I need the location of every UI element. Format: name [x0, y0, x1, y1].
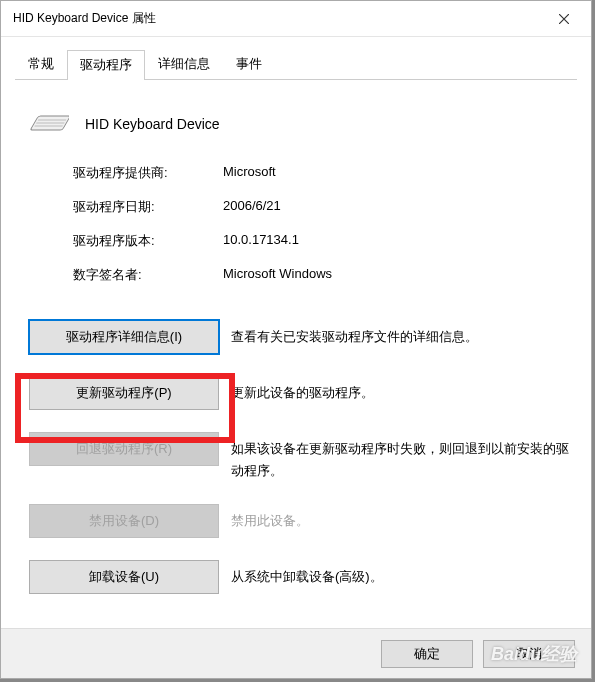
update-driver-desc: 更新此设备的驱动程序。	[231, 376, 374, 404]
keyboard-icon	[25, 108, 69, 140]
tab-general[interactable]: 常规	[15, 49, 67, 79]
signer-label: 数字签名者:	[73, 266, 223, 284]
driver-details-button[interactable]: 驱动程序详细信息(I)	[29, 320, 219, 354]
driver-details-desc: 查看有关已安装驱动程序文件的详细信息。	[231, 320, 478, 348]
window-title: HID Keyboard Device 属性	[13, 10, 156, 27]
rollback-driver-button[interactable]: 回退驱动程序(R)	[29, 432, 219, 466]
uninstall-device-button[interactable]: 卸载设备(U)	[29, 560, 219, 594]
driver-info: 驱动程序提供商: Microsoft 驱动程序日期: 2006/6/21 驱动程…	[15, 158, 577, 284]
titlebar: HID Keyboard Device 属性	[1, 1, 591, 37]
tab-details[interactable]: 详细信息	[145, 49, 223, 79]
cancel-button[interactable]: 取消	[483, 640, 575, 668]
date-value: 2006/6/21	[223, 198, 281, 216]
properties-dialog: HID Keyboard Device 属性 常规 驱动程序 详细信息 事件 H…	[0, 0, 592, 679]
provider-label: 驱动程序提供商:	[73, 164, 223, 182]
close-icon	[559, 14, 569, 24]
disable-device-desc: 禁用此设备。	[231, 504, 309, 532]
tab-events[interactable]: 事件	[223, 49, 275, 79]
device-header: HID Keyboard Device	[15, 90, 577, 158]
tab-driver[interactable]: 驱动程序	[67, 50, 145, 80]
rollback-driver-desc: 如果该设备在更新驱动程序时失败，则回退到以前安装的驱动程序。	[231, 432, 577, 482]
device-name: HID Keyboard Device	[85, 116, 220, 132]
tab-content: HID Keyboard Device 驱动程序提供商: Microsoft 驱…	[1, 80, 591, 594]
ok-button[interactable]: 确定	[381, 640, 473, 668]
uninstall-device-desc: 从系统中卸载设备(高级)。	[231, 560, 383, 588]
action-buttons: 驱动程序详细信息(I) 查看有关已安装驱动程序文件的详细信息。 更新驱动程序(P…	[15, 300, 577, 594]
date-label: 驱动程序日期:	[73, 198, 223, 216]
dialog-footer: 确定 取消	[1, 628, 591, 678]
update-driver-button[interactable]: 更新驱动程序(P)	[29, 376, 219, 410]
disable-device-button[interactable]: 禁用设备(D)	[29, 504, 219, 538]
version-value: 10.0.17134.1	[223, 232, 299, 250]
version-label: 驱动程序版本:	[73, 232, 223, 250]
close-button[interactable]	[541, 4, 587, 34]
tab-strip: 常规 驱动程序 详细信息 事件	[1, 37, 591, 79]
provider-value: Microsoft	[223, 164, 276, 182]
signer-value: Microsoft Windows	[223, 266, 332, 284]
